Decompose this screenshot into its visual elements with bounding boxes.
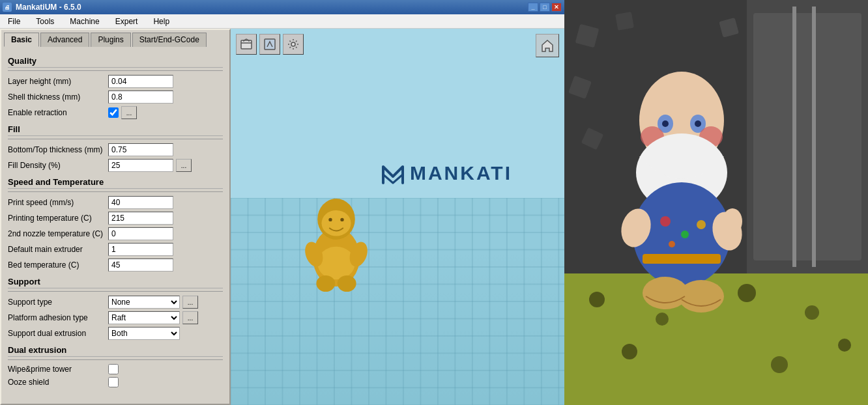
shell-thickness-input[interactable] — [108, 91, 173, 104]
support-type-label: Support type — [8, 298, 106, 307]
dual-extrusion-section-title: Dual extrusion — [8, 345, 223, 357]
svg-point-42 — [697, 220, 706, 229]
3d-model-gnome — [297, 175, 375, 292]
load-file-button[interactable] — [236, 34, 257, 55]
menu-file[interactable]: File — [3, 16, 25, 27]
close-button[interactable]: ✕ — [551, 3, 562, 12]
ooze-shield-checkbox[interactable] — [108, 377, 119, 387]
svg-point-22 — [622, 344, 637, 359]
speed-temp-section-title: Speed and Temperature — [8, 177, 223, 189]
svg-point-8 — [322, 210, 351, 236]
viewport-grid — [231, 198, 564, 405]
viewport-toolbar — [236, 34, 304, 55]
shell-thickness-row: Shell thickness (mm) — [8, 91, 223, 104]
bottom-top-thickness-label: Bottom/Top thickness (mm) — [8, 145, 106, 154]
enable-retraction-label: Enable retraction — [8, 108, 106, 117]
print-speed-row: Print speed (mm/s) — [8, 196, 223, 209]
support-section-title: Support — [8, 277, 223, 288]
wipe-prime-tower-checkbox[interactable] — [108, 364, 119, 374]
svg-point-10 — [317, 275, 336, 292]
maximize-button[interactable]: □ — [540, 3, 550, 12]
svg-point-9 — [318, 246, 356, 279]
svg-point-14 — [329, 217, 332, 221]
left-panel: Basic Advanced Plugins Start/End-GCode Q… — [0, 29, 231, 405]
window-title: MankatiUM - 6.5.0 — [16, 3, 81, 12]
svg-point-23 — [771, 356, 788, 373]
app-icon: 🖨 — [3, 3, 12, 12]
wipe-prime-tower-label: Wipe&prime tower — [8, 365, 106, 374]
svg-point-20 — [738, 284, 756, 302]
tab-startend-gcode[interactable]: Start/End-GCode — [132, 33, 207, 47]
platform-adhesion-row: Platform adhesion type None Brim Raft ..… — [8, 311, 223, 324]
print-speed-input[interactable] — [108, 196, 173, 209]
svg-rect-30 — [812, 7, 816, 267]
platform-adhesion-dots-button[interactable]: ... — [182, 311, 198, 324]
3d-viewport[interactable]: MANKATI — [231, 29, 564, 405]
support-type-select[interactable]: None Touching buildplate Everywhere — [108, 296, 180, 309]
fill-density-input[interactable] — [108, 159, 173, 172]
home-view-button[interactable] — [536, 34, 559, 57]
right-photo-panel — [564, 0, 868, 405]
shell-thickness-label: Shell thickness (mm) — [8, 92, 106, 102]
support-dual-extrusion-select[interactable]: Both First extruder Second extruder — [108, 327, 180, 340]
tab-basic[interactable]: Basic — [4, 33, 39, 47]
svg-point-24 — [838, 339, 851, 352]
gnome-photo — [564, 0, 868, 405]
settings-view-button[interactable] — [283, 34, 304, 55]
svg-rect-5 — [231, 198, 564, 405]
platform-adhesion-select[interactable]: None Brim Raft — [108, 311, 180, 324]
svg-rect-29 — [792, 7, 796, 267]
title-bar: 🖨 MankatiUM - 6.5.0 _ □ ✕ — [0, 0, 564, 14]
print-speed-label: Print speed (mm/s) — [8, 198, 106, 207]
enable-retraction-checkbox[interactable] — [108, 107, 119, 118]
svg-point-40 — [660, 216, 671, 227]
svg-point-41 — [681, 230, 689, 238]
minimize-button[interactable]: _ — [528, 3, 538, 12]
bed-temp-input[interactable] — [108, 258, 173, 272]
svg-point-11 — [338, 275, 356, 292]
viewport-top-right — [536, 34, 559, 57]
printing-temp-input[interactable] — [108, 212, 173, 225]
tab-plugins[interactable]: Plugins — [91, 33, 130, 47]
layer-height-input[interactable] — [108, 75, 173, 88]
default-extruder-input[interactable] — [108, 243, 173, 256]
svg-point-2 — [291, 42, 295, 46]
svg-point-47 — [723, 208, 742, 234]
printing-temp-label: Printing temperature (C) — [8, 214, 106, 223]
svg-rect-44 — [643, 254, 721, 264]
svg-point-19 — [656, 313, 669, 326]
svg-point-35 — [695, 120, 701, 127]
svg-point-49 — [678, 280, 724, 313]
svg-point-21 — [805, 305, 819, 320]
svg-rect-0 — [241, 40, 252, 49]
menu-expert[interactable]: Expert — [110, 16, 143, 27]
fill-density-dots-button[interactable]: ... — [176, 159, 192, 172]
menu-help[interactable]: Help — [148, 16, 175, 27]
enable-retraction-row: Enable retraction ... — [8, 106, 223, 119]
retraction-dots-button[interactable]: ... — [121, 106, 137, 119]
wipe-prime-tower-row: Wipe&prime tower — [8, 364, 223, 374]
menu-machine[interactable]: Machine — [65, 16, 104, 27]
support-dual-extrusion-label: Support dual extrusion — [8, 329, 106, 338]
layer-height-label: Layer height (mm) — [8, 77, 106, 86]
default-extruder-row: Default main extruder — [8, 243, 223, 256]
tab-advanced[interactable]: Advanced — [40, 33, 89, 47]
bottom-top-thickness-row: Bottom/Top thickness (mm) — [8, 143, 223, 156]
fill-density-row: Fill Density (%) ... — [8, 159, 223, 172]
support-type-dots-button[interactable]: ... — [182, 296, 198, 309]
layer-height-row: Layer height (mm) — [8, 75, 223, 88]
svg-rect-51 — [615, 12, 634, 31]
bottom-top-thickness-input[interactable] — [108, 143, 173, 156]
mankati-logo-text: MANKATI — [410, 162, 512, 184]
svg-point-43 — [669, 241, 675, 247]
platform-adhesion-label: Platform adhesion type — [8, 313, 106, 322]
nozzle2-temp-label: 2nd nozzle temperature (C) — [8, 229, 106, 238]
support-dual-extrusion-row: Support dual extrusion Both First extrud… — [8, 327, 223, 340]
ooze-shield-label: Ooze shield — [8, 378, 106, 387]
svg-point-18 — [589, 292, 605, 307]
nozzle2-temp-input[interactable] — [108, 227, 173, 240]
mankati-logo-icon — [380, 160, 406, 186]
view-button[interactable] — [259, 34, 280, 55]
support-type-row: Support type None Touching buildplate Ev… — [8, 296, 223, 309]
menu-tools[interactable]: Tools — [31, 16, 59, 27]
